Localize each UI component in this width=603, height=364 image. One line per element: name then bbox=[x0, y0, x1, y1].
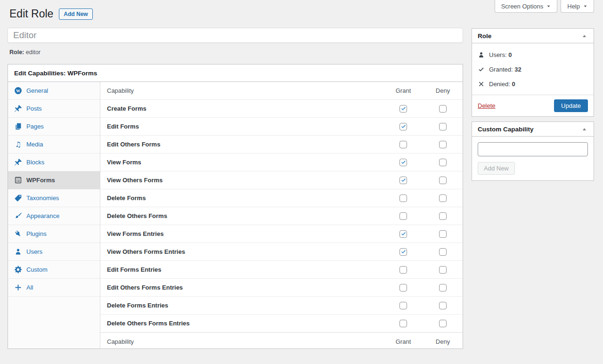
add-new-capability-button[interactable]: Add New bbox=[478, 162, 515, 175]
collapse-toggle-button[interactable] bbox=[581, 126, 588, 133]
check-icon bbox=[400, 105, 407, 112]
sidebar-item-label: All bbox=[26, 284, 33, 291]
capability-table-header: Capability Grant Deny bbox=[100, 82, 463, 100]
capability-name: Delete Others Forms bbox=[107, 212, 383, 219]
sidebar-item-label: WPForms bbox=[26, 177, 55, 184]
deny-checkbox[interactable] bbox=[439, 159, 447, 166]
chevron-down-icon bbox=[546, 4, 551, 8]
user-icon bbox=[478, 51, 485, 58]
deny-checkbox[interactable] bbox=[439, 230, 447, 238]
capability-name: Edit Others Forms Entries bbox=[107, 284, 383, 291]
grant-checkbox[interactable] bbox=[399, 266, 407, 274]
capability-row: Edit Forms Entries bbox=[100, 261, 463, 279]
grant-checkbox[interactable] bbox=[399, 105, 407, 113]
capability-name: Edit Forms Entries bbox=[107, 266, 383, 273]
grant-checkbox[interactable] bbox=[399, 141, 407, 148]
screen-meta-links: Screen Options Help bbox=[495, 0, 594, 13]
sidebar-item-label: Appearance bbox=[26, 212, 59, 219]
capability-name: View Others Forms bbox=[107, 177, 383, 184]
sidebar-item-plugins[interactable]: Plugins bbox=[8, 225, 100, 243]
check-icon bbox=[478, 66, 485, 73]
collapse-toggle-button[interactable] bbox=[581, 32, 588, 40]
role-name-input[interactable] bbox=[8, 28, 463, 43]
capability-table-footer: Capability Grant Deny bbox=[100, 332, 463, 349]
sidebar-item-label: Taxonomies bbox=[26, 194, 59, 202]
capability-row: Edit Forms bbox=[100, 118, 463, 136]
column-header-capability: Capability bbox=[107, 87, 383, 94]
capability-row: View Forms bbox=[100, 154, 463, 171]
form-icon bbox=[14, 176, 22, 184]
role-stat-row: Users: 0 bbox=[478, 48, 588, 62]
check-icon bbox=[400, 249, 407, 255]
deny-checkbox[interactable] bbox=[439, 141, 447, 148]
page-header: Edit Role Add New bbox=[9, 7, 93, 21]
help-button[interactable]: Help bbox=[561, 0, 594, 13]
grant-checkbox[interactable] bbox=[399, 284, 407, 291]
sidebar-item-custom[interactable]: Custom bbox=[8, 261, 100, 279]
grant-checkbox[interactable] bbox=[399, 212, 407, 220]
grant-checkbox[interactable] bbox=[399, 194, 407, 202]
grant-checkbox[interactable] bbox=[399, 177, 407, 184]
custom-capability-title: Custom Capability bbox=[478, 126, 534, 133]
deny-checkbox[interactable] bbox=[439, 123, 447, 130]
sidebar-item-general[interactable]: General bbox=[8, 82, 100, 100]
edit-capabilities-panel: Edit Capabilities: WPForms General Posts… bbox=[8, 64, 463, 349]
role-stat-row: Denied: 0 bbox=[478, 77, 588, 91]
sidebar-item-wpforms[interactable]: WPForms bbox=[8, 171, 100, 189]
stat-value: 0 bbox=[512, 81, 515, 88]
sidebar-item-pages[interactable]: Pages bbox=[8, 118, 100, 136]
sidebar-item-taxonomies[interactable]: Taxonomies bbox=[8, 189, 100, 207]
deny-checkbox[interactable] bbox=[439, 284, 447, 291]
collapse-up-icon bbox=[582, 127, 587, 132]
plugin-icon bbox=[14, 230, 22, 238]
pages-icon bbox=[14, 122, 22, 130]
x-icon bbox=[478, 81, 485, 88]
grant-checkbox[interactable] bbox=[399, 302, 407, 309]
sidebar-item-media[interactable]: Media bbox=[8, 136, 100, 154]
stat-value: 0 bbox=[508, 51, 512, 58]
sidebar-item-blocks[interactable]: Blocks bbox=[8, 154, 100, 171]
grant-checkbox[interactable] bbox=[399, 159, 407, 166]
sidebar-item-users[interactable]: Users bbox=[8, 243, 100, 261]
sidebar-item-all[interactable]: All bbox=[8, 279, 100, 297]
chevron-down-icon bbox=[583, 4, 587, 8]
check-icon bbox=[400, 231, 407, 237]
column-footer-capability: Capability bbox=[107, 338, 383, 345]
sidebar-item-posts[interactable]: Posts bbox=[8, 100, 100, 118]
grant-checkbox[interactable] bbox=[399, 230, 407, 238]
capability-name: Edit Forms bbox=[107, 123, 383, 130]
capability-row: View Others Forms bbox=[100, 171, 463, 189]
deny-checkbox[interactable] bbox=[439, 212, 447, 220]
deny-checkbox[interactable] bbox=[439, 248, 447, 256]
sidebar-item-label: Blocks bbox=[26, 159, 44, 166]
grant-checkbox[interactable] bbox=[399, 248, 407, 256]
screen-options-label: Screen Options bbox=[501, 3, 544, 10]
page-title: Edit Role bbox=[9, 7, 53, 21]
deny-checkbox[interactable] bbox=[439, 105, 447, 113]
add-new-role-button[interactable]: Add New bbox=[59, 8, 92, 20]
grant-checkbox[interactable] bbox=[399, 123, 407, 130]
sidebar-item-label: Media bbox=[26, 141, 43, 148]
grant-checkbox[interactable] bbox=[399, 320, 407, 327]
delete-role-link[interactable]: Delete bbox=[478, 102, 496, 109]
deny-checkbox[interactable] bbox=[439, 302, 447, 309]
stat-label: Users: bbox=[489, 51, 507, 58]
check-icon bbox=[400, 159, 407, 165]
capability-row: Delete Others Forms bbox=[100, 207, 463, 225]
role-stats-list: Users: 0 Granted: 32 Denied: 0 bbox=[472, 43, 594, 95]
deny-checkbox[interactable] bbox=[439, 177, 447, 184]
deny-checkbox[interactable] bbox=[439, 266, 447, 274]
sidebar-item-label: Posts bbox=[26, 105, 42, 112]
collapse-up-icon bbox=[582, 33, 587, 39]
sidebar-item-appearance[interactable]: Appearance bbox=[8, 207, 100, 225]
custom-capability-input[interactable] bbox=[478, 142, 588, 156]
deny-checkbox[interactable] bbox=[439, 194, 447, 202]
deny-checkbox[interactable] bbox=[439, 320, 447, 327]
capability-name: Create Forms bbox=[107, 105, 383, 112]
update-role-button[interactable]: Update bbox=[554, 99, 588, 112]
sidebar-item-label: Custom bbox=[26, 266, 48, 273]
capability-name: Edit Others Forms bbox=[107, 141, 383, 148]
screen-options-button[interactable]: Screen Options bbox=[495, 0, 558, 13]
capability-row: Delete Forms bbox=[100, 189, 463, 207]
capability-name: Delete Forms Entries bbox=[107, 302, 383, 309]
